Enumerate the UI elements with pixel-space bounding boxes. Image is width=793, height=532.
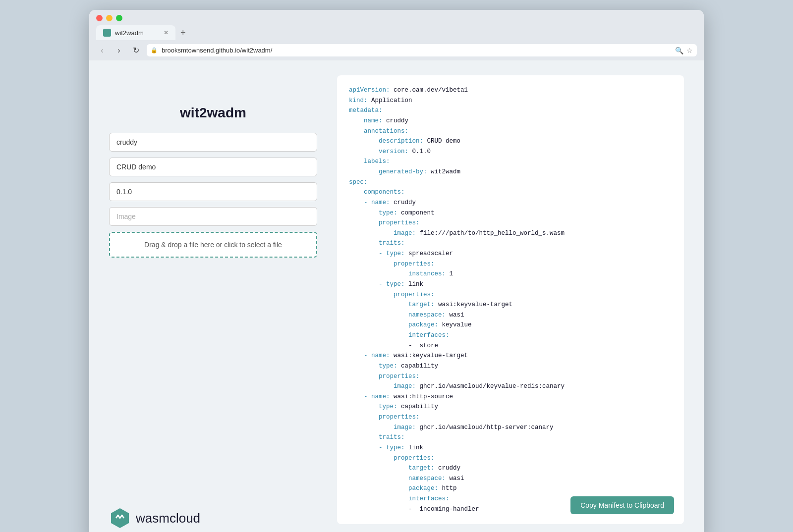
app-title: wit2wadm — [109, 105, 317, 121]
browser-toolbar: ‹ › ↻ 🔒 🔍 ☆ — [89, 40, 704, 60]
search-icon[interactable]: 🔍 — [675, 47, 683, 54]
logo-text-wasm: wasm — [136, 511, 170, 526]
browser-content: wit2wadm Drag & drop a file here or clic… — [89, 60, 704, 532]
traffic-light-minimize[interactable] — [106, 15, 113, 21]
copy-manifest-button[interactable]: Copy Manifest to Clipboard — [570, 496, 674, 514]
tab-title: wit2wadm — [115, 29, 144, 37]
name-input[interactable] — [109, 133, 317, 152]
refresh-button[interactable]: ↻ — [130, 45, 142, 56]
back-button[interactable]: ‹ — [96, 45, 108, 56]
image-input[interactable] — [109, 207, 317, 226]
forward-button[interactable]: › — [113, 45, 125, 56]
address-right-icons: 🔍 ☆ — [675, 47, 693, 54]
tab-close-button[interactable]: ✕ — [164, 29, 169, 36]
wasmcloud-logo-icon — [109, 507, 131, 529]
lock-icon: 🔒 — [151, 47, 158, 53]
traffic-lights — [96, 15, 697, 21]
traffic-light-close[interactable] — [96, 15, 103, 21]
file-drop-zone[interactable]: Drag & drop a file here or click to sele… — [109, 232, 317, 258]
manifest-panel: apiVersion: core.oam.dev/v1beta1 kind: A… — [337, 75, 684, 524]
form-section: Drag & drop a file here or click to sele… — [109, 133, 317, 258]
description-input[interactable] — [109, 158, 317, 176]
logo-text-cloud: cloud — [170, 511, 200, 526]
address-bar-container: 🔒 🔍 ☆ — [147, 44, 697, 56]
traffic-light-fullscreen[interactable] — [116, 15, 122, 21]
copy-button-container: Copy Manifest to Clipboard — [570, 496, 674, 514]
logo-section: wasmcloud — [109, 507, 200, 529]
browser-tabs: wit2wadm ✕ + — [96, 25, 697, 40]
browser-window: wit2wadm ✕ + ‹ › ↻ 🔒 🔍 ☆ wit2wadm — [89, 10, 704, 532]
left-panel: wit2wadm Drag & drop a file here or clic… — [109, 75, 317, 524]
browser-titlebar: wit2wadm ✕ + — [89, 10, 704, 40]
tab-favicon — [103, 29, 111, 37]
logo-text: wasmcloud — [136, 511, 200, 526]
version-input[interactable] — [109, 182, 317, 201]
manifest-content: apiVersion: core.oam.dev/v1beta1 kind: A… — [349, 85, 672, 514]
address-bar-input[interactable] — [147, 44, 697, 56]
browser-tab-active[interactable]: wit2wadm ✕ — [96, 25, 175, 40]
bookmark-icon[interactable]: ☆ — [686, 47, 693, 54]
new-tab-button[interactable]: + — [176, 26, 190, 40]
